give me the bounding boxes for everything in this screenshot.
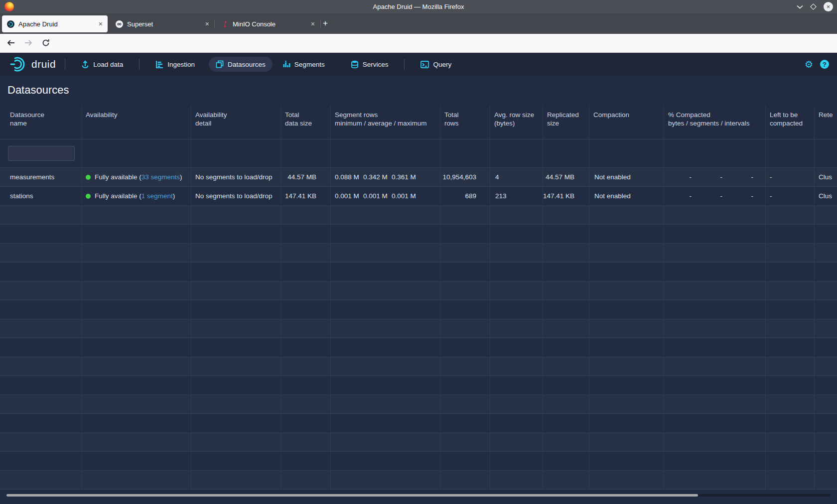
column-header-avg_row_size[interactable]: Avg. row size (bytes) <box>490 106 543 139</box>
table-row-empty <box>0 471 837 490</box>
filter-cell-retention <box>815 139 837 167</box>
column-header-availability[interactable]: Availability <box>82 106 191 139</box>
datasource-name-filter-input[interactable] <box>8 146 75 161</box>
cell-left_to_compact <box>766 244 815 262</box>
table-row-empty <box>0 319 837 338</box>
forward-icon[interactable] <box>24 39 32 47</box>
cell-replicated_size <box>543 225 589 243</box>
window-close-icon[interactable]: × <box>824 2 833 11</box>
column-header-left_to_compact[interactable]: Left to be compacted <box>766 106 815 139</box>
tab-label: Superset <box>127 20 153 28</box>
new-tab-button[interactable]: + <box>323 18 328 28</box>
column-header-pct_compacted[interactable]: % Compacted bytes / segments / intervals <box>664 106 766 139</box>
filter-cell-replicated_size <box>543 139 589 167</box>
help-icon[interactable]: ? <box>820 60 829 69</box>
window-maximize-icon[interactable] <box>810 3 817 10</box>
cell-segment_rows <box>331 262 440 281</box>
cell-total_size <box>281 357 331 376</box>
back-icon[interactable] <box>7 39 15 47</box>
cell-replicated_size <box>543 319 589 338</box>
tab-close-icon[interactable]: × <box>311 20 315 28</box>
cell-left_to_compact <box>766 225 815 243</box>
nav-item-services[interactable]: Services <box>344 57 396 72</box>
cell-pct_compacted <box>664 452 766 470</box>
settings-gear-icon[interactable]: ⚙ <box>805 60 813 69</box>
tab-close-icon[interactable]: × <box>99 20 103 28</box>
cell-total_rows <box>440 338 490 357</box>
cell-left_to_compact: - <box>766 168 815 186</box>
cell-total_size <box>281 376 331 394</box>
cell-availability: Fully available (1 segment) <box>82 187 191 205</box>
segments-link[interactable]: 1 segment <box>141 192 173 200</box>
tab-superset[interactable]: ∞ Superset × <box>111 15 214 32</box>
cell-total_rows <box>440 206 490 224</box>
nav-item-segments[interactable]: Segments <box>276 57 332 72</box>
cell-compaction <box>589 452 664 470</box>
cell-segment_rows <box>331 433 440 451</box>
filter-cell-detail <box>191 139 281 167</box>
cell-segment_rows <box>331 206 440 224</box>
cell-pct_compacted <box>664 433 766 451</box>
availability-status-icon <box>86 194 91 199</box>
nav-item-ingestion[interactable]: Ingestion <box>148 57 202 72</box>
column-header-name[interactable]: Datasource name <box>0 106 82 139</box>
cell-retention <box>815 414 837 432</box>
column-header-segment_rows[interactable]: Segment rows minimum / average / maximum <box>331 106 440 139</box>
cell-pct_compacted <box>664 244 766 262</box>
nav-item-datasources[interactable]: Datasources <box>209 57 273 72</box>
nav-item-query[interactable]: Query <box>414 57 458 72</box>
cell-compaction <box>589 395 664 413</box>
filter-cell-compaction <box>589 139 664 167</box>
nav-item-load-data[interactable]: Load data <box>74 57 130 72</box>
cell-replicated_size: 44.57 MB <box>543 168 589 186</box>
cell-name <box>0 376 82 394</box>
cell-pct_compacted: --- <box>664 168 766 186</box>
filter-cell-segment_rows <box>331 139 440 167</box>
nav-item-label: Query <box>433 61 451 68</box>
cell-compaction <box>589 206 664 224</box>
availability-status-icon <box>86 175 91 180</box>
cell-segment_rows <box>331 395 440 413</box>
horizontal-scrollbar-thumb[interactable] <box>6 494 698 497</box>
cell-availability <box>82 338 191 357</box>
tab-separator <box>214 19 215 28</box>
cell-compaction: Not enabled <box>589 187 664 205</box>
column-header-detail[interactable]: Availability detail <box>191 106 281 139</box>
column-header-replicated_size[interactable]: Replicated size <box>543 106 589 139</box>
cell-retention <box>815 433 837 451</box>
gantt-icon <box>155 60 163 68</box>
column-header-total_size[interactable]: Total data size <box>281 106 331 139</box>
cell-replicated_size <box>543 471 589 489</box>
tab-apache-druid[interactable]: Apache Druid × <box>2 15 108 32</box>
cell-total_rows <box>440 319 490 338</box>
cell-detail <box>191 225 281 243</box>
cell-availability <box>82 281 191 300</box>
cell-replicated_size <box>543 414 589 432</box>
column-header-total_rows[interactable]: Total rows <box>440 106 490 139</box>
reload-icon[interactable] <box>42 39 50 47</box>
tab-minio-console[interactable]: MinIO Console × <box>216 15 320 32</box>
cell-detail <box>191 319 281 338</box>
column-header-retention[interactable]: Rete <box>815 106 837 139</box>
cell-avg_row_size <box>490 319 543 338</box>
cell-left_to_compact <box>766 376 815 394</box>
tab-close-icon[interactable]: × <box>205 20 209 28</box>
table-filter-row <box>0 139 837 168</box>
column-header-compaction[interactable]: Compaction <box>589 106 664 139</box>
cell-availability <box>82 262 191 281</box>
cell-avg_row_size: 4 <box>490 168 543 186</box>
cell-detail <box>191 471 281 489</box>
table-row-empty <box>0 300 837 319</box>
cell-availability <box>82 319 191 338</box>
filter-cell-pct_compacted <box>664 139 766 167</box>
table-row-empty <box>0 225 837 244</box>
segments-link[interactable]: 33 segments <box>141 173 180 181</box>
cell-avg_row_size <box>490 338 543 357</box>
cell-left_to_compact <box>766 319 815 338</box>
filter-cell-avg_row_size <box>490 139 543 167</box>
cell-avg_row_size <box>490 433 543 451</box>
database-icon <box>351 60 359 68</box>
window-minimize-icon[interactable] <box>797 5 803 9</box>
cell-segment_rows <box>331 319 440 338</box>
druid-brand[interactable]: druid <box>10 56 56 73</box>
